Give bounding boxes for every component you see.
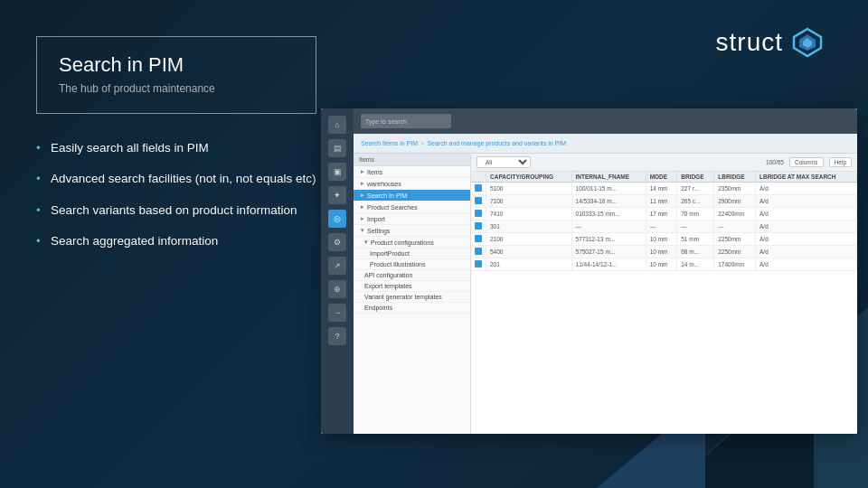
pim-table-container: CAPACITY/GROUPING INTERNAL_FNAME MODE BR… bbox=[471, 172, 857, 434]
sidebar-icon-globe[interactable]: ⊕ bbox=[328, 280, 346, 298]
pim-data-panel: All 100/65 Columns Help CAPACITY/GR bbox=[471, 154, 857, 434]
cell-0-1: 5100 bbox=[486, 183, 572, 195]
cell-3-6: A/d bbox=[756, 221, 857, 233]
cell-2-6: A/d bbox=[756, 208, 857, 221]
tree-item-import[interactable]: ▸ Import bbox=[354, 213, 470, 225]
table-body: 5100100/011-15 m...14 mm227 r...2350mmA/… bbox=[471, 183, 857, 271]
tree-item-import-product[interactable]: ImportProduct bbox=[354, 249, 470, 259]
sidebar-icon-arrow[interactable]: → bbox=[328, 304, 346, 322]
tree-item-endpoints[interactable]: Endpoints bbox=[354, 303, 470, 314]
pim-content: Items ▸ Items ▸ warehouses ▸ Search In P… bbox=[354, 154, 857, 434]
cell-4-1: 2100 bbox=[486, 233, 572, 246]
cell-1-6: A/d bbox=[756, 195, 857, 208]
cell-4-4: 51 mm bbox=[677, 233, 714, 246]
tree-item-variant-generator[interactable]: Variant generator templates bbox=[354, 292, 470, 303]
tree-config-icon: ▾ bbox=[364, 239, 368, 246]
cell-3-0 bbox=[471, 221, 486, 233]
cell-6-2: 11/44-14/12-1... bbox=[571, 258, 646, 271]
cell-1-3: 11 mm bbox=[646, 195, 677, 208]
pim-main: Type to search Search Items in PIM › Sea… bbox=[354, 108, 857, 434]
pim-ui: ⌂ ▤ ▣ ✦ ◎ ⚙ ↗ ⊕ → ? Type to search Searc… bbox=[321, 108, 857, 434]
breadcrumb-part2: Search and manage products and variants … bbox=[427, 140, 566, 146]
col-header-lbridge-max: LBRIDGE AT MAX SEARCH bbox=[756, 172, 857, 183]
sidebar-icon-doc[interactable]: ▤ bbox=[328, 139, 346, 157]
col-header-bridge: BRIDGE bbox=[677, 172, 714, 183]
cell-5-1: 5400 bbox=[486, 246, 572, 258]
logo-text: struct bbox=[716, 28, 783, 57]
cell-4-2: 577312-13 m... bbox=[571, 233, 646, 246]
sidebar-icon-search[interactable]: ◎ bbox=[328, 210, 346, 228]
help-button[interactable]: Help bbox=[829, 157, 852, 167]
pim-sidebar: ⌂ ▤ ▣ ✦ ◎ ⚙ ↗ ⊕ → ? bbox=[321, 108, 354, 434]
bullet-item-3: Search variants based on product informa… bbox=[36, 202, 316, 220]
tree-item-product-illustrations[interactable]: Product Illustrations bbox=[354, 259, 470, 270]
cell-3-4: --- bbox=[677, 221, 714, 233]
tree-folder-icon: ▸ bbox=[361, 168, 364, 175]
col-header-icon bbox=[471, 172, 486, 183]
cell-6-0 bbox=[471, 258, 486, 271]
cell-4-3: 10 mm bbox=[646, 233, 677, 246]
cell-1-0 bbox=[471, 195, 486, 208]
tree-item-product-config[interactable]: ▾ Product configurations bbox=[354, 237, 470, 249]
sidebar-icon-link[interactable]: ↗ bbox=[328, 257, 346, 275]
all-dropdown[interactable]: All bbox=[476, 156, 531, 168]
table-row: 7410010333-15 mm...17 mm70 mm22400mmA/d bbox=[471, 208, 857, 221]
sidebar-icon-help[interactable]: ? bbox=[328, 327, 346, 345]
col-header-lbridge: LBRIDGE bbox=[714, 172, 756, 183]
cell-4-0 bbox=[471, 233, 486, 246]
tree-header: Items bbox=[354, 154, 470, 166]
page-title: Search in PIM bbox=[59, 53, 294, 77]
tree-item-product-searches[interactable]: ▸ Product Searches bbox=[354, 202, 470, 213]
pim-screenshot: ⌂ ▤ ▣ ✦ ◎ ⚙ ↗ ⊕ → ? Type to search Searc… bbox=[321, 108, 857, 434]
sidebar-icon-home[interactable]: ⌂ bbox=[328, 116, 346, 134]
cell-0-4: 227 r... bbox=[677, 183, 714, 195]
cell-3-1: 301 bbox=[486, 221, 572, 233]
pim-breadcrumb: Search Items in PIM › Search and manage … bbox=[354, 134, 857, 154]
col-header-fname: INTERNAL_FNAME bbox=[571, 172, 646, 183]
cell-6-5: 17400mm bbox=[714, 258, 756, 271]
bullet-list: Easily search all fields in PIM Advanced… bbox=[36, 139, 316, 250]
cell-4-5: 2250mm bbox=[714, 233, 756, 246]
breadcrumb-sep: › bbox=[421, 140, 423, 146]
cell-0-3: 14 mm bbox=[646, 183, 677, 195]
tree-item-warehouses[interactable]: ▸ warehouses bbox=[354, 178, 470, 190]
cell-3-3: --- bbox=[646, 221, 677, 233]
tree-warehouse-icon: ▸ bbox=[361, 180, 364, 187]
cell-5-2: 575027-15 m... bbox=[571, 246, 646, 258]
cell-5-4: 68 m... bbox=[677, 246, 714, 258]
table-row: 5400575027-15 m...10 mm68 m...2250mmA/d bbox=[471, 246, 857, 258]
tree-item-search-pim[interactable]: ▸ Search In PIM bbox=[354, 190, 470, 202]
table-row: 301------------A/d bbox=[471, 221, 857, 233]
bullet-item-1: Easily search all fields in PIM bbox=[36, 139, 316, 157]
cell-2-3: 17 mm bbox=[646, 208, 677, 221]
cell-3-2: --- bbox=[571, 221, 646, 233]
cell-5-6: A/d bbox=[756, 246, 857, 258]
sidebar-icon-tool[interactable]: ✦ bbox=[328, 186, 346, 204]
title-box: Search in PIM The hub of product mainten… bbox=[36, 36, 316, 114]
cell-3-5: --- bbox=[714, 221, 756, 233]
tree-import-icon: ▸ bbox=[361, 215, 364, 222]
tree-item-export-templates[interactable]: Export templates bbox=[354, 281, 470, 292]
tree-item-settings[interactable]: ▾ Settings bbox=[354, 225, 470, 237]
pim-toolbar: All 100/65 Columns Help bbox=[471, 154, 857, 172]
cell-1-4: 265 c... bbox=[677, 195, 714, 208]
cell-2-1: 7410 bbox=[486, 208, 572, 221]
sidebar-icon-img[interactable]: ▣ bbox=[328, 163, 346, 181]
table-row: 2100577312-13 m...10 mm51 mm2250mmA/d bbox=[471, 233, 857, 246]
cell-5-0 bbox=[471, 246, 486, 258]
cell-2-5: 22400mm bbox=[714, 208, 756, 221]
items-count: 100/65 bbox=[766, 159, 784, 165]
columns-button[interactable]: Columns bbox=[789, 157, 824, 167]
page-subtitle: The hub of product maintenance bbox=[59, 82, 294, 95]
cell-2-4: 70 mm bbox=[677, 208, 714, 221]
pim-topbar: Type to search bbox=[354, 108, 857, 134]
cell-0-6: A/d bbox=[756, 183, 857, 195]
cell-6-1: 201 bbox=[486, 258, 572, 271]
tree-item-items[interactable]: ▸ Items bbox=[354, 166, 470, 178]
table-row: 710014/5334-16 m...11 mm265 c...2900mmA/… bbox=[471, 195, 857, 208]
cell-6-6: A/d bbox=[756, 258, 857, 271]
tree-item-api-config[interactable]: API configuration bbox=[354, 270, 470, 281]
pim-search-box[interactable]: Type to search bbox=[361, 114, 451, 128]
pim-search-placeholder: Type to search bbox=[365, 118, 407, 125]
sidebar-icon-settings[interactable]: ⚙ bbox=[328, 233, 346, 251]
